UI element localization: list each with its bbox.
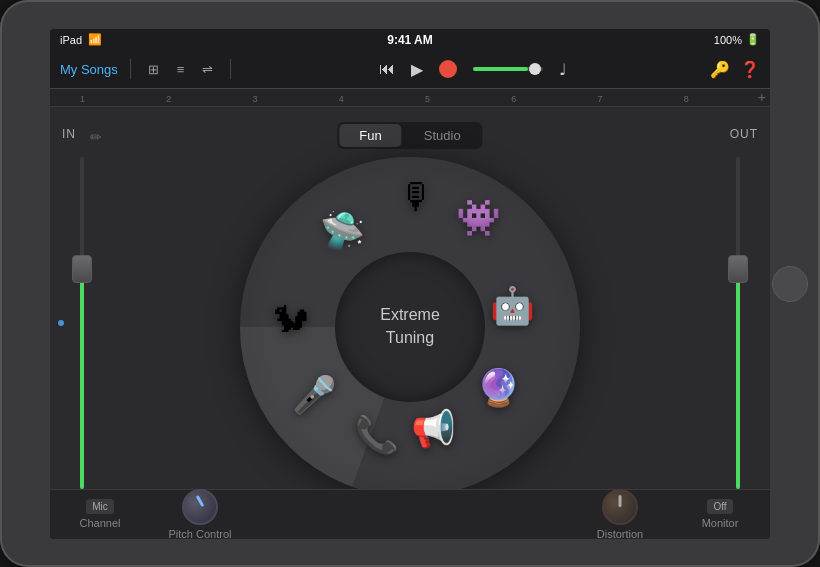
wheel-item-bubbles[interactable]: 🔮	[476, 367, 521, 409]
layout-btn-2[interactable]: ≡	[172, 59, 190, 80]
ipad-label: iPad	[60, 34, 82, 46]
left-fader-thumb[interactable]	[72, 255, 92, 283]
wifi-icon: 📶	[88, 33, 102, 46]
led-indicator	[58, 320, 64, 326]
ruler-mark-7: 7	[598, 94, 684, 104]
volume-knob[interactable]	[529, 63, 541, 75]
status-bar: iPad 📶 9:41 AM 100% 🔋	[50, 29, 770, 51]
mixer-btn[interactable]: ⇌	[197, 59, 218, 80]
pitch-control-label: Pitch Control	[169, 528, 232, 539]
ruler-mark-1: 1	[80, 94, 166, 104]
ruler-mark-3: 3	[253, 94, 339, 104]
mic-badge[interactable]: Mic	[86, 499, 114, 514]
right-fader-thumb[interactable]	[728, 255, 748, 283]
transport-controls: ⏮ ▶ ♩	[243, 60, 702, 79]
battery-icon: 🔋	[746, 33, 760, 46]
in-label: IN	[62, 127, 76, 141]
wheel-center-label: ExtremeTuning	[380, 304, 440, 349]
out-label: OUT	[730, 127, 758, 141]
right-fader-track	[736, 157, 740, 489]
ruler-mark-6: 6	[511, 94, 597, 104]
volume-slider[interactable]	[473, 67, 543, 71]
toolbar-separator	[130, 59, 131, 79]
wheel-outer[interactable]: 🎙 🛸 👾 🐿 🤖 🎤 🔮 📞	[240, 157, 580, 497]
songs-button[interactable]: My Songs	[60, 62, 118, 77]
rewind-button[interactable]: ⏮	[379, 60, 395, 78]
record-button[interactable]	[439, 60, 457, 78]
status-left: iPad 📶	[60, 33, 102, 46]
left-fader-track	[80, 157, 84, 489]
wheel-item-monster[interactable]: 👾	[456, 197, 501, 239]
ipad-frame: iPad 📶 9:41 AM 100% 🔋 My Songs ⊞ ≡ ⇌ ⏮ ▶	[0, 0, 820, 567]
toolbar-right: 🔑 ❓	[710, 60, 760, 79]
wheel-container[interactable]: 🎙 🛸 👾 🐿 🤖 🎤 🔮 📞	[240, 157, 580, 497]
left-fader[interactable]	[70, 157, 94, 489]
battery-label: 100%	[714, 34, 742, 46]
monitor-label: Monitor	[702, 517, 739, 529]
ruler-marks: 1 2 3 4 5 6 7 8	[50, 94, 770, 104]
ruler: 1 2 3 4 5 6 7 8 +	[50, 89, 770, 107]
left-fader-fill	[80, 273, 84, 489]
tab-studio[interactable]: Studio	[404, 124, 481, 147]
right-fader[interactable]	[726, 157, 750, 489]
mic-channel-group: Mic Channel	[70, 499, 130, 529]
add-track-button[interactable]: +	[758, 89, 766, 105]
distortion-label: Distortion	[597, 528, 643, 539]
distortion-group: Distortion	[580, 489, 660, 539]
metronome-button[interactable]: ♩	[559, 60, 567, 79]
wheel-item-telephone[interactable]: 📞	[354, 414, 399, 456]
right-fader-fill	[736, 273, 740, 489]
tab-bar: Fun Studio	[337, 122, 482, 149]
time-display: 9:41 AM	[387, 33, 433, 47]
help-button[interactable]: ❓	[740, 60, 760, 79]
wheel-item-chipmunk[interactable]: 🐿	[273, 299, 309, 341]
status-right: 100% 🔋	[714, 33, 760, 46]
off-badge[interactable]: Off	[707, 499, 732, 514]
toolbar: My Songs ⊞ ≡ ⇌ ⏮ ▶ ♩ 🔑 ❓	[50, 51, 770, 89]
bottom-controls: Mic Channel Pitch Control Distortion Off	[50, 489, 770, 539]
ipad-screen: iPad 📶 9:41 AM 100% 🔋 My Songs ⊞ ≡ ⇌ ⏮ ▶	[50, 29, 770, 539]
wheel-item-microphone[interactable]: 🎙	[399, 176, 435, 218]
play-button[interactable]: ▶	[411, 60, 423, 79]
ruler-mark-2: 2	[166, 94, 252, 104]
monitor-group: Off Monitor	[690, 499, 750, 529]
tab-fun[interactable]: Fun	[339, 124, 401, 147]
wheel-item-alien[interactable]: 🛸	[320, 210, 365, 252]
main-area: IN ✏ OUT Fun Studio	[50, 107, 770, 539]
home-button[interactable]	[772, 266, 808, 302]
wheel-item-robot[interactable]: 🤖	[490, 285, 535, 327]
toolbar-separator-2	[230, 59, 231, 79]
volume-fill	[473, 67, 528, 71]
layout-btn-1[interactable]: ⊞	[143, 59, 164, 80]
ruler-mark-4: 4	[339, 94, 425, 104]
ruler-mark-5: 5	[425, 94, 511, 104]
pitch-control-knob[interactable]	[182, 489, 218, 525]
wheel-item-megaphone[interactable]: 📢	[411, 408, 456, 450]
distortion-knob[interactable]	[602, 489, 638, 525]
settings-button[interactable]: 🔑	[710, 60, 730, 79]
pencil-icon[interactable]: ✏	[90, 129, 102, 145]
pitch-control-group: Pitch Control	[160, 489, 240, 539]
wheel-item-mic-stand[interactable]: 🎤	[292, 374, 337, 416]
wheel-inner: ExtremeTuning	[335, 252, 485, 402]
channel-label: Channel	[80, 517, 121, 529]
